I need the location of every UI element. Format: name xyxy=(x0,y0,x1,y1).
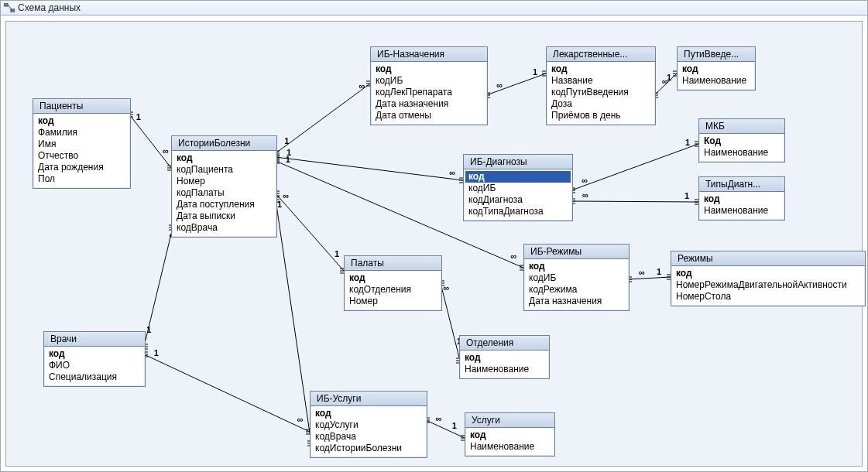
table-header[interactable]: ПутиВведе... xyxy=(678,47,755,62)
field[interactable]: код xyxy=(529,261,624,272)
field[interactable]: код xyxy=(38,115,125,127)
field[interactable]: кодПалаты xyxy=(177,187,272,199)
field[interactable]: Наименование xyxy=(465,364,544,375)
field[interactable]: код xyxy=(315,408,422,419)
field[interactable]: Код xyxy=(704,135,780,147)
field[interactable]: код xyxy=(465,171,571,183)
svg-line-12 xyxy=(144,227,173,347)
table-typdiag[interactable]: ТипыДиагн...кодНаименование xyxy=(698,176,785,221)
field[interactable]: кодТипаДиагноза xyxy=(468,206,568,217)
field[interactable]: Дата рождения xyxy=(38,162,125,173)
field[interactable]: кодИБ xyxy=(529,272,624,284)
field[interactable]: Отчество xyxy=(38,150,125,162)
table-header[interactable]: Отделения xyxy=(460,336,549,351)
field[interactable]: код xyxy=(551,63,650,75)
table-header[interactable]: Палаты xyxy=(345,256,441,271)
table-wards[interactable]: ПалатыкодкодОтделенияНомер xyxy=(344,255,442,311)
svg-line-3 xyxy=(129,115,171,168)
field[interactable]: Номер xyxy=(177,176,272,187)
table-rej[interactable]: РежимыкодНомерРежимаДвигательнойАктивнос… xyxy=(671,251,866,306)
field[interactable]: Дата отмены xyxy=(376,110,482,121)
table-body: КодНаименование xyxy=(699,134,784,162)
table-puti[interactable]: ПутиВведе...кодНаименование xyxy=(677,46,756,91)
field[interactable]: кодЛекПрепарата xyxy=(376,87,482,98)
field[interactable]: Пол xyxy=(38,173,125,185)
field[interactable]: Дата поступления xyxy=(177,199,272,210)
field[interactable]: Специализация xyxy=(49,371,140,383)
table-histories[interactable]: ИсторииБолезникодкодПациентаНомеркодПала… xyxy=(171,135,277,238)
field[interactable]: кодПутиВведения xyxy=(551,87,650,98)
diagram-canvas[interactable]: 1∞1∞1∞1∞1∞∞11∞1∞∞1∞1∞1∞1∞1∞1∞1 Пациентык… xyxy=(6,22,862,466)
table-body: кодНаименование xyxy=(460,351,549,378)
table-ib_diag[interactable]: ИБ-ДиагнозыкодкодИБкодДиагнозакодТипаДиа… xyxy=(463,154,573,221)
table-header[interactable]: ТипыДиагн... xyxy=(699,177,784,192)
field[interactable]: ФИО xyxy=(49,360,140,371)
field[interactable]: кодПациента xyxy=(177,164,272,176)
field[interactable]: код xyxy=(676,268,860,279)
svg-text:∞: ∞ xyxy=(359,81,365,91)
svg-text:1: 1 xyxy=(146,325,151,334)
table-uslugi[interactable]: УслугикодНаименование xyxy=(465,412,555,457)
field[interactable]: Наименование xyxy=(470,441,550,453)
field[interactable]: код xyxy=(177,152,272,164)
field[interactable]: код xyxy=(465,352,544,364)
table-drugs[interactable]: Лекарственные...кодНазваниекодПутиВведен… xyxy=(546,46,656,125)
titlebar[interactable]: Схема данных xyxy=(1,1,867,15)
field[interactable]: кодИсторииБолезни xyxy=(315,443,422,454)
field[interactable]: Название xyxy=(551,75,650,87)
table-ib_usl[interactable]: ИБ-УслугикодкодУслугикодВрачакодИсторииБ… xyxy=(310,391,427,458)
svg-text:1: 1 xyxy=(533,67,537,77)
table-header[interactable]: Режимы xyxy=(671,251,865,266)
field[interactable]: НомерРежимаДвигательнойАктивности xyxy=(676,279,860,291)
svg-text:∞: ∞ xyxy=(582,176,588,185)
table-header[interactable]: ИБ-Назначения xyxy=(371,47,487,62)
table-ib_nazn[interactable]: ИБ-НазначениякодкодИБкодЛекПрепаратаДата… xyxy=(370,46,488,125)
field[interactable]: код xyxy=(49,348,140,360)
svg-line-129 xyxy=(426,420,465,438)
field[interactable]: код xyxy=(470,429,550,441)
table-header[interactable]: ИБ-Диагнозы xyxy=(464,155,572,169)
table-body: кодкодПациентаНомеркодПалатыДата поступл… xyxy=(172,151,276,237)
field[interactable]: НомерСтола xyxy=(676,291,860,303)
field[interactable]: Дата назначения xyxy=(376,98,482,110)
field[interactable]: Дата выписки xyxy=(177,210,272,222)
field[interactable]: кодУслуги xyxy=(315,419,422,431)
field[interactable]: кодИБ xyxy=(376,75,482,87)
table-header[interactable]: Пациенты xyxy=(33,99,130,114)
table-header[interactable]: ИБ-Режимы xyxy=(524,245,629,259)
field[interactable]: Приёмов в день xyxy=(551,110,650,121)
table-header[interactable]: ИБ-Услуги xyxy=(310,392,427,406)
field[interactable]: кодИБ xyxy=(468,183,568,194)
field[interactable]: код xyxy=(376,63,482,75)
field[interactable]: Фамилия xyxy=(38,127,125,139)
table-header[interactable]: Лекарственные... xyxy=(547,47,655,62)
field[interactable]: кодДиагноза xyxy=(468,194,568,206)
table-body: кодНаименование xyxy=(465,428,554,456)
field[interactable]: кодВрача xyxy=(315,431,422,443)
field[interactable]: код xyxy=(704,193,780,205)
table-patients[interactable]: ПациентыкодФамилияИмяОтчествоДата рожден… xyxy=(33,98,131,189)
field[interactable]: кодОтделения xyxy=(349,284,437,296)
field[interactable]: Наименование xyxy=(704,205,780,217)
table-header[interactable]: МКБ xyxy=(699,119,784,134)
field[interactable]: Имя xyxy=(38,139,125,150)
table-doctors[interactable]: ВрачикодФИОСпециализация xyxy=(43,331,146,387)
table-header[interactable]: Врачи xyxy=(44,332,145,347)
field[interactable]: Наименование xyxy=(704,147,780,159)
field[interactable]: код xyxy=(349,272,437,284)
field[interactable]: Номер xyxy=(349,296,437,307)
field[interactable]: кодВрача xyxy=(177,222,272,234)
field[interactable]: Доза xyxy=(551,98,650,110)
table-header[interactable]: ИсторииБолезни xyxy=(172,136,276,151)
table-header[interactable]: Услуги xyxy=(465,413,554,428)
field[interactable]: Дата назначения xyxy=(529,296,624,307)
svg-text:1: 1 xyxy=(136,112,141,121)
diagram-canvas-border: 1∞1∞1∞1∞1∞∞11∞1∞∞1∞1∞1∞1∞1∞1∞1 Пациентык… xyxy=(5,21,863,467)
table-dept[interactable]: ОтделениякодНаименование xyxy=(459,335,550,379)
field[interactable]: код xyxy=(682,63,750,75)
table-mkb[interactable]: МКБКодНаименование xyxy=(698,118,785,162)
svg-line-39 xyxy=(276,157,463,180)
field[interactable]: Наименование xyxy=(682,75,750,87)
field[interactable]: кодРежима xyxy=(529,284,624,296)
table-ib_rej[interactable]: ИБ-РежимыкодкодИБкодРежимаДата назначени… xyxy=(523,244,630,311)
